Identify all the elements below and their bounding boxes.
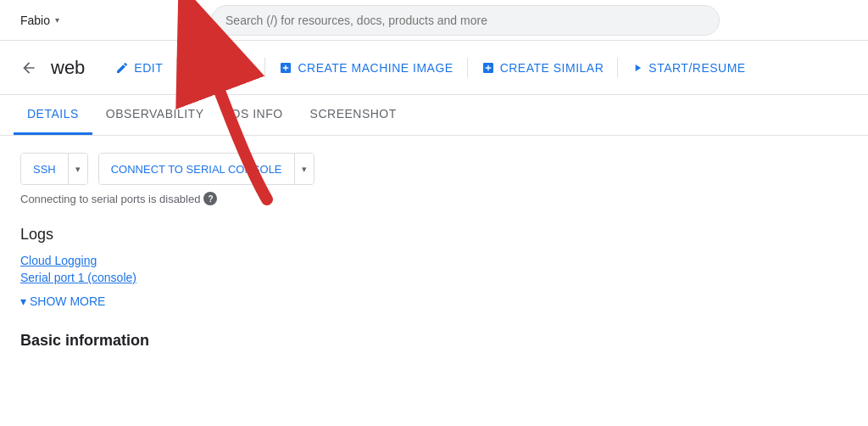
create-similar-label: CREATE SIMILAR	[500, 61, 604, 75]
create-similar-icon	[481, 61, 495, 75]
edit-icon	[115, 61, 129, 75]
start-resume-label: START/RESUME	[648, 61, 745, 75]
serial-console-button-group: CONNECT TO SERIAL CONSOLE ▾	[98, 153, 314, 185]
serial-dropdown-button[interactable]: ▾	[295, 154, 314, 184]
user-menu[interactable]: Fabio ▾	[14, 10, 66, 31]
search-bar-container	[211, 5, 720, 36]
serial-port-link[interactable]: Serial port 1 (console)	[20, 271, 848, 284]
chevron-down-icon: ▾	[302, 164, 307, 175]
action-toolbar: web EDIT RESET CREATE MACHINE IMAGE CREA…	[0, 41, 868, 95]
tab-observability[interactable]: OBSERVABILITY	[92, 94, 218, 135]
reset-button[interactable]: RESET	[181, 53, 261, 83]
tab-details[interactable]: DETAILS	[14, 94, 92, 135]
edit-button[interactable]: EDIT	[105, 53, 173, 83]
edit-label: EDIT	[134, 61, 163, 75]
start-resume-button[interactable]: START/RESUME	[621, 53, 755, 83]
user-name: Fabio	[20, 14, 50, 27]
create-machine-image-button[interactable]: CREATE MACHINE IMAGE	[269, 53, 463, 83]
reset-label: RESET	[209, 61, 251, 75]
ssh-button[interactable]: SSH	[21, 154, 68, 184]
separator-4	[617, 58, 618, 78]
top-bar: Fabio ▾	[0, 0, 868, 41]
create-machine-image-icon	[279, 61, 292, 75]
tab-os-info[interactable]: OS INFO	[218, 94, 297, 135]
show-more-label: SHOW MORE	[30, 294, 105, 308]
cloud-logging-link[interactable]: Cloud Logging	[20, 254, 848, 267]
create-similar-button[interactable]: CREATE SIMILAR	[471, 53, 615, 83]
tab-screenshot[interactable]: SCREENSHOT	[297, 94, 410, 135]
help-icon[interactable]: ?	[203, 192, 217, 205]
separator-2	[264, 58, 265, 78]
page-title: web	[51, 57, 85, 79]
warning-text: Connecting to serial ports is disabled ?	[20, 192, 848, 205]
separator-1	[176, 58, 177, 78]
separator-3	[467, 58, 468, 78]
chevron-down-icon: ▾	[55, 15, 59, 25]
start-icon	[632, 62, 643, 74]
connect-serial-button[interactable]: CONNECT TO SERIAL CONSOLE	[99, 154, 294, 184]
chevron-down-icon: ▾	[75, 164, 81, 175]
back-button[interactable]	[14, 53, 44, 83]
ssh-dropdown-button[interactable]: ▾	[69, 154, 87, 184]
content-area: SSH ▾ CONNECT TO SERIAL CONSOLE ▾ Connec…	[0, 136, 868, 367]
tabs-bar: DETAILS OBSERVABILITY OS INFO SCREENSHOT	[0, 95, 868, 136]
reset-icon	[191, 61, 204, 75]
create-machine-image-label: CREATE MACHINE IMAGE	[298, 61, 453, 75]
basic-info-title: Basic information	[20, 332, 848, 350]
ssh-button-group: SSH ▾	[20, 153, 88, 185]
logs-title: Logs	[20, 226, 848, 244]
show-more-button[interactable]: ▾ SHOW MORE	[20, 291, 105, 311]
connect-row: SSH ▾ CONNECT TO SERIAL CONSOLE ▾	[20, 153, 848, 185]
chevron-down-icon: ▾	[20, 294, 26, 308]
search-input[interactable]	[211, 5, 720, 36]
